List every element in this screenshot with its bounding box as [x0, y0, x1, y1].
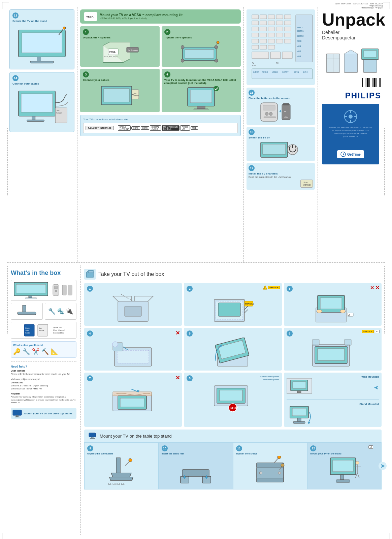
step-8-illustration: STOP: [211, 382, 255, 413]
step-15-title: Place the batteries in the remote: [249, 97, 313, 100]
svg-rect-58: [284, 33, 291, 37]
x-icon-step7: ✕: [175, 375, 180, 381]
step-2-number: 2: [187, 286, 193, 292]
unpack-panel: Unpack Déballer Desempaquetar: [318, 7, 385, 262]
wall-mounted-label: Wall Mounted: [287, 375, 379, 378]
svg-text:VESA: VESA: [109, 51, 116, 53]
step-2-illustration: FRAGILE: [211, 293, 255, 323]
svg-rect-59: [252, 39, 259, 43]
trim-mark-bl: [2, 533, 9, 539]
vesa-steps-grid: 1 Unpack the 4 spacers VESA: [80, 26, 241, 112]
svg-text:INPUT: INPUT: [297, 27, 303, 29]
unbox-step-7: 7 ✕: [84, 373, 182, 427]
svg-rect-64: [252, 45, 259, 49]
stand-step-10: 10 Insert the stand feet: [159, 442, 233, 489]
step-7-illustration: [111, 382, 155, 413]
svg-point-166: [317, 310, 322, 313]
svg-rect-218: [257, 478, 284, 482]
step-10-number: 10: [162, 445, 168, 451]
gettime-badge: GetTime: [337, 150, 364, 158]
svg-text:HDMI1: HDMI1: [297, 30, 304, 32]
svg-rect-115: [369, 78, 370, 87]
svg-rect-187: [120, 398, 144, 407]
help-section: Need help? User Manual Please refer to t…: [11, 365, 76, 419]
step-12-number: 12: [310, 445, 316, 451]
step-14: 14 Connect your cables User: [9, 72, 74, 132]
svg-rect-92: [264, 117, 276, 118]
unbox-step-8: 8 Remove foam pieces Insert foam pieces: [184, 373, 282, 427]
svg-rect-124: [380, 78, 381, 87]
fragile-badge-2: FRAGILE: [362, 330, 373, 333]
unpack-subtitle-fr: Déballer: [322, 30, 381, 35]
svg-rect-117: [372, 78, 372, 87]
vesa-step-4-title: Your TV is ready to mount on the VESA MI…: [164, 78, 238, 85]
right-dotted-sep-2: [384, 266, 385, 334]
svg-rect-36: [197, 106, 205, 109]
svg-rect-121: [377, 78, 377, 87]
svg-rect-114: [368, 78, 369, 87]
step-9-label: Unpack the stand parts: [87, 452, 156, 455]
svg-rect-40: [260, 15, 267, 19]
box-icon: [85, 270, 95, 278]
svg-rect-190: [220, 390, 242, 401]
vesa-subtitle: VESA MIS-F, 800, 400, 8 (not included): [100, 17, 183, 20]
step-13-illustration: [15, 27, 69, 64]
svg-text:AUDIO: AUDIO: [262, 71, 268, 73]
wall-arrow: ➤: [374, 384, 379, 391]
svg-rect-45: [260, 21, 267, 25]
svg-rect-61: [268, 39, 275, 43]
step-17-subtitle: Read the instructions in the User Manual: [249, 176, 313, 178]
svg-rect-120: [375, 78, 376, 87]
svg-text:Manual: Manual: [133, 95, 139, 97]
svg-text:User: User: [39, 327, 42, 329]
whats-in-box-panel: What's in the box: [7, 265, 81, 535]
trim-mark-br: [383, 533, 390, 539]
svg-rect-202: [89, 433, 96, 437]
svg-text:STOP: STOP: [230, 406, 238, 410]
dotted-sep: [11, 361, 76, 361]
svg-marker-201: [307, 422, 310, 424]
stand-mount-badge: Mount your TV on the table top stand: [11, 408, 76, 419]
svg-rect-9: [27, 120, 44, 122]
svg-line-233: [357, 473, 359, 478]
step-6-illustration: [311, 338, 355, 368]
step-3-number: 3: [287, 286, 293, 292]
usermanual-label: User Manual: [53, 329, 64, 331]
x-indicators: ✕ ✕: [370, 285, 380, 290]
svg-point-220: [277, 456, 281, 459]
take-out-panel: Take your TV out of the box 1: [81, 265, 385, 535]
svg-text:4x Spacers: 4x Spacers: [128, 49, 138, 51]
svg-rect-52: [276, 27, 283, 31]
stand-step-12: ➤ 12 Mount your TV on the stand x2: [307, 442, 382, 489]
svg-point-167: [340, 310, 346, 313]
ports-row: CABLEANTENNA HDMI HDMI DIGITALAUDIO MONI…: [118, 125, 198, 131]
svg-line-208: [125, 461, 130, 466]
steps-grid: 1: [84, 283, 382, 427]
svg-text:EXT.2: EXT.2: [303, 71, 308, 73]
help-register-text: Activate your Warranty (Registration Car…: [11, 395, 76, 404]
unbox-step-3: 3 ✕ ✕: [284, 283, 382, 326]
qsg-info: Quick Start Guide - 32UK 313 24111 - Jun…: [335, 3, 383, 9]
take-out-header: Take your TV out of the box: [84, 269, 382, 280]
svg-rect-30: [104, 89, 129, 102]
also-need-section: What's also you'll need 🔑 🔧 ✂️ 🔨 📐: [11, 341, 76, 358]
svg-point-173: [112, 342, 118, 347]
step-9-number: 9: [87, 445, 93, 451]
svg-point-28: [217, 41, 219, 44]
vesa-step-1: 1 Unpack the 4 spacers VESA: [80, 26, 160, 67]
step-6-indicators: FRAGILE x2: [362, 330, 380, 333]
vesa-step-3-title: Connect your cables: [83, 78, 157, 82]
unbox-step-2: 2 ! FRAGILE: [184, 283, 282, 326]
svg-rect-135: [25, 298, 37, 298]
svg-point-25: [181, 59, 184, 62]
svg-rect-226: [333, 460, 353, 472]
svg-rect-199: [297, 418, 301, 421]
item-accessories: 🔧 🔩 🔌: [45, 303, 76, 320]
svg-text:Quick: Quick: [25, 327, 30, 329]
svg-text:User: User: [133, 92, 137, 94]
svg-rect-118: [373, 78, 373, 87]
svg-rect-1: [22, 33, 62, 53]
step-14-title: Connect your cables: [12, 82, 71, 85]
svg-rect-46: [268, 21, 275, 25]
help-title: Need help?: [11, 365, 76, 368]
